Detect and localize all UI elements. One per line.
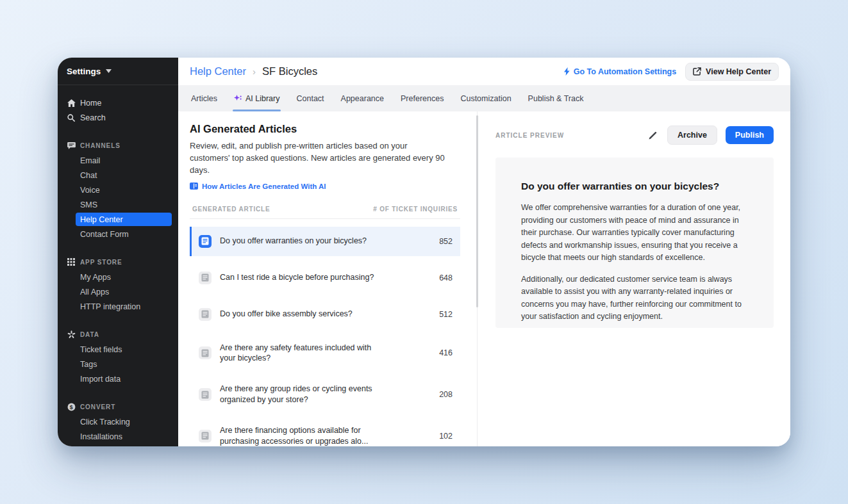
article-row-safety[interactable]: Are there any safety features included w… <box>190 336 460 371</box>
sidebar-item-label: SMS <box>80 200 97 209</box>
publish-button[interactable]: Publish <box>726 126 774 144</box>
inquiry-count: 102 <box>439 432 453 441</box>
sidebar-item-all-apps[interactable]: All Apps <box>58 284 178 299</box>
article-row-test-ride[interactable]: Can I test ride a bicycle before purchas… <box>190 263 460 293</box>
article-doc-icon <box>199 388 212 401</box>
sidebar-section-label: APP STORE <box>80 259 122 266</box>
tab-ai-library[interactable]: AI Library <box>234 85 280 111</box>
sidebar-item-import-data[interactable]: Import data <box>58 371 178 386</box>
view-help-center-button[interactable]: View Help Center <box>685 63 779 81</box>
article-title: Are there financing options available fo… <box>220 425 381 446</box>
tab-customization[interactable]: Customization <box>460 85 511 111</box>
settings-title: Settings <box>67 67 101 76</box>
breadcrumb-help-center-link[interactable]: Help Center <box>190 65 246 77</box>
inquiry-count: 416 <box>439 348 453 357</box>
content-area: AI Generated Articles Review, edit, and … <box>178 111 790 446</box>
article-row-assembly[interactable]: Do you offer bike assembly services? 512 <box>190 300 460 329</box>
sidebar-item-installations[interactable]: Installations <box>58 429 178 444</box>
page-title: SF Bicycles <box>262 65 317 77</box>
tab-contact[interactable]: Contact <box>296 85 324 111</box>
sidebar-item-label: Click Tracking <box>80 418 130 427</box>
sidebar-section-channels: CHANNELS <box>58 138 178 153</box>
preview-label: ARTICLE PREVIEW <box>495 132 564 139</box>
tab-label: AI Library <box>245 94 280 103</box>
sidebar-section-convert: $ CONVERT <box>58 399 178 414</box>
settings-menu-toggle[interactable]: Settings <box>58 58 178 85</box>
tab-label: Appearance <box>341 94 384 103</box>
scrollbar[interactable] <box>476 115 478 307</box>
sidebar-item-my-apps[interactable]: My Apps <box>58 270 178 284</box>
column-ticket-inquiries: # OF TICKET INQUIRIES <box>373 206 458 213</box>
breadcrumb: Help Center › SF Bicycles <box>190 65 317 77</box>
sidebar-item-label: Help Center <box>80 215 123 224</box>
header-actions: Go To Automation Settings View Help Cent… <box>564 63 779 81</box>
sidebar-section-app-store: APP STORE <box>58 254 178 270</box>
sidebar-item-chat[interactable]: Chat <box>58 168 178 183</box>
tab-publish-track[interactable]: Publish & Track <box>528 85 584 111</box>
sidebar-item-label: All Apps <box>80 288 109 297</box>
book-icon <box>190 183 198 190</box>
section-title: AI Generated Articles <box>190 123 460 135</box>
section-description: Review, edit, and publish pre-written ar… <box>190 140 449 177</box>
sidebar-item-http-integration[interactable]: HTTP integration <box>58 299 178 314</box>
article-preview-panel: ARTICLE PREVIEW Archive Publish Do you o… <box>478 111 790 446</box>
settings-sidebar: Settings Home Search <box>58 58 178 446</box>
sidebar-item-label: Installations <box>80 432 122 441</box>
grid-icon <box>67 258 80 266</box>
sidebar-item-contact-form[interactable]: Contact Form <box>58 227 178 241</box>
inquiry-count: 852 <box>439 237 453 246</box>
tab-label: Preferences <box>401 94 444 103</box>
sidebar-item-ticket-fields[interactable]: Ticket fields <box>58 342 178 357</box>
sidebar-item-search[interactable]: Search <box>58 110 178 125</box>
tab-label: Articles <box>191 94 217 103</box>
sidebar-section-label: CONVERT <box>80 403 115 411</box>
article-title: Are there any safety features included w… <box>220 343 381 364</box>
external-link-icon <box>693 67 701 76</box>
sidebar-item-click-tracking[interactable]: Click Tracking <box>58 414 178 429</box>
sidebar-item-email[interactable]: Email <box>58 153 178 168</box>
article-list: Do you offer warranties on your bicycles… <box>190 227 460 446</box>
sparkle-icon <box>234 95 242 102</box>
how-link-label: How Articles Are Generated With AI <box>202 183 326 190</box>
tab-appearance[interactable]: Appearance <box>341 85 384 111</box>
sidebar-item-voice[interactable]: Voice <box>58 183 178 197</box>
article-doc-icon <box>199 430 212 443</box>
article-preview-card: Do you offer warranties on your bicycles… <box>495 158 774 328</box>
article-doc-icon <box>199 308 212 321</box>
tab-label: Contact <box>296 94 324 103</box>
page-header: Help Center › SF Bicycles Go To Automati… <box>178 58 790 85</box>
preview-actions: Archive Publish <box>647 126 774 145</box>
tab-label: Publish & Track <box>528 94 584 103</box>
help-center-tabs: Articles AI Library Contact Appearance P… <box>178 85 790 111</box>
preview-paragraph: We offer comprehensive warranties for a … <box>521 202 748 264</box>
tab-preferences[interactable]: Preferences <box>401 85 444 111</box>
chevron-right-icon: › <box>253 66 256 77</box>
go-to-automation-settings-link[interactable]: Go To Automation Settings <box>564 67 676 76</box>
sidebar-item-label: Ticket fields <box>80 345 122 354</box>
settings-app-window: Settings Home Search <box>58 58 790 446</box>
sidebar-item-tags[interactable]: Tags <box>58 357 178 371</box>
sidebar-nav: Home Search CHANNELS Email Chat Voice SM… <box>58 85 178 446</box>
sidebar-item-label: Home <box>80 99 101 108</box>
article-row-warranties[interactable]: Do you offer warranties on your bicycles… <box>190 227 460 256</box>
sidebar-item-label: Search <box>80 113 106 122</box>
edit-article-button[interactable] <box>647 129 659 142</box>
sidebar-item-sms[interactable]: SMS <box>58 197 178 212</box>
inquiry-count: 512 <box>439 310 453 319</box>
view-help-center-label: View Help Center <box>706 67 771 76</box>
sidebar-section-label: DATA <box>80 331 99 338</box>
sidebar-item-label: Chat <box>80 171 97 180</box>
sidebar-item-label: HTTP integration <box>80 302 140 311</box>
sidebar-item-help-center[interactable]: Help Center <box>76 213 172 226</box>
article-row-group-rides[interactable]: Are there any group rides or cycling eve… <box>190 377 460 412</box>
home-icon <box>67 99 80 107</box>
sidebar-item-label: Import data <box>80 375 121 384</box>
article-row-financing[interactable]: Are there financing options available fo… <box>190 419 460 446</box>
preview-paragraph: Additionally, our dedicated customer ser… <box>521 273 748 323</box>
how-articles-generated-link[interactable]: How Articles Are Generated With AI <box>190 183 460 190</box>
tab-articles[interactable]: Articles <box>191 85 217 111</box>
archive-button[interactable]: Archive <box>667 126 717 145</box>
sidebar-item-home[interactable]: Home <box>58 95 178 110</box>
main-area: Help Center › SF Bicycles Go To Automati… <box>178 58 790 446</box>
pencil-icon <box>648 131 658 140</box>
